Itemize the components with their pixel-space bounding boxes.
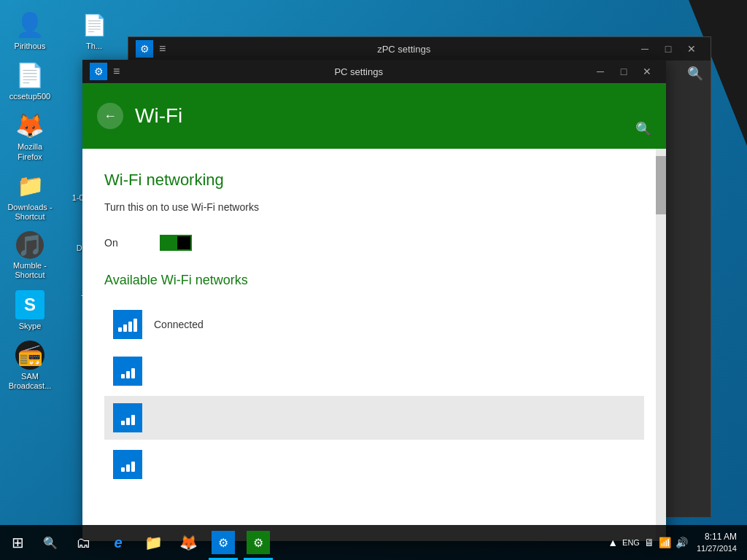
ie-icon: e — [114, 534, 122, 551]
desktop-icons-left: 👤 Pirithous 📄 ccsetup500 🦊 Mozilla Firef… — [0, 0, 60, 525]
zpc-window-title: zPC settings — [174, 44, 633, 55]
taskbar-tray: ▲ ENG 🖥 📶 🔊 8:11 AM 11/27/2014 — [602, 532, 747, 553]
desktop-icon-ccsetup-label: ccsetup500 — [9, 92, 50, 101]
taskbar-settings1[interactable]: ⚙ — [206, 525, 241, 560]
signal-bars-3 — [121, 411, 135, 425]
pc-window-controls: ─ □ ✕ — [589, 60, 659, 83]
zpc-search-icon[interactable]: 🔍 — [687, 66, 703, 82]
signal-bar — [126, 418, 130, 425]
zpc-gear-icon: ⚙ — [136, 40, 153, 58]
pc-close-button[interactable]: ✕ — [635, 60, 659, 83]
scrollbar-thumb[interactable] — [656, 156, 666, 214]
wifi-toggle-switch[interactable] — [160, 235, 192, 251]
wifi-toggle-row: Turn this on to use Wi-Fi networks — [104, 201, 644, 213]
taskbar-settings2[interactable]: ⚙ — [241, 525, 276, 560]
tray-lang-icon[interactable]: ENG — [622, 538, 640, 547]
taskbar-ie[interactable]: e — [101, 525, 136, 560]
signal-bar — [118, 327, 122, 332]
wifi-toggle-description: Turn this on to use Wi-Fi networks — [104, 201, 259, 213]
settings1-icon: ⚙ — [212, 531, 235, 554]
wifi-toggle-state-row: On — [104, 235, 644, 251]
signal-bar — [121, 467, 125, 472]
desktop-icon-mumble[interactable]: 🎵 Mumble - Shortcut — [3, 228, 57, 283]
taskbar: ⊞ 🔍 🗂 e 📁 🦊 ⚙ ⚙ — [0, 525, 747, 560]
desktop-icon-sam-label: SAM Broadcast... — [6, 372, 54, 391]
tray-volume-icon[interactable]: 🔊 — [676, 537, 688, 548]
desktop-icon-downloads-label: Downloads - Shortcut — [6, 203, 54, 222]
zpc-close-button[interactable]: ✕ — [680, 37, 703, 61]
tray-network-icon[interactable]: 📶 — [659, 537, 671, 548]
wifi-network-item-3[interactable] — [104, 396, 644, 440]
wifi-page-title: Wi-Fi — [135, 104, 182, 128]
back-arrow-icon: ← — [104, 109, 117, 124]
pc-window-title: PC settings — [128, 66, 589, 77]
scrollbar-track[interactable] — [656, 149, 666, 541]
pc-maximize-button[interactable]: □ — [612, 60, 635, 83]
desktop-icon-ccsetup[interactable]: 📄 ccsetup500 — [3, 58, 57, 104]
signal-bar — [131, 368, 135, 378]
wifi-network-item-1[interactable]: Connected — [104, 303, 644, 346]
wifi-signal-icon-1 — [113, 310, 142, 339]
signal-bar — [131, 462, 135, 472]
desktop: 👤 Pirithous 📄 ccsetup500 🦊 Mozilla Firef… — [0, 0, 747, 560]
settings2-icon: ⚙ — [247, 531, 270, 554]
taskbar-file-explorer[interactable]: 📁 — [136, 525, 171, 560]
zpc-maximize-button[interactable]: □ — [657, 37, 680, 61]
taskbar-search-button[interactable]: 🔍 — [35, 525, 66, 560]
wifi-network-name-1: Connected — [154, 319, 204, 330]
zpc-window-controls: ─ □ ✕ — [633, 37, 703, 61]
tray-display-icon[interactable]: 🖥 — [644, 537, 654, 548]
wifi-content: Wi-Fi networking Turn this on to use Wi-… — [82, 149, 666, 541]
wifi-search-icon[interactable]: 🔍 — [635, 121, 651, 137]
desktop-icon-th[interactable]: 📄 Th... — [67, 7, 121, 54]
signal-bar — [126, 464, 130, 472]
toggle-thumb — [177, 236, 190, 249]
file-explorer-icon: 📁 — [144, 534, 163, 551]
pc-minimize-button[interactable]: ─ — [589, 60, 612, 83]
signal-bar — [123, 324, 127, 332]
zpc-minimize-button[interactable]: ─ — [633, 37, 657, 61]
pc-settings-window: ⚙ ≡ PC settings ─ □ ✕ ← Wi-Fi 🔍 Wi-Fi ne… — [82, 60, 666, 541]
pc-menu-icon[interactable]: ≡ — [113, 65, 120, 78]
wifi-signal-icon-3 — [113, 403, 142, 432]
tray-overflow-icon[interactable]: ▲ — [608, 537, 618, 548]
start-button[interactable]: ⊞ — [0, 525, 35, 560]
desktop-icon-pirithous-label: Pirithous — [15, 42, 46, 51]
wifi-networks-list: Connected — [104, 303, 644, 486]
signal-bars-4 — [121, 457, 135, 472]
desktop-icon-sam[interactable]: 📻 SAM Broadcast... — [3, 338, 57, 394]
tray-icons: ▲ ENG 🖥 📶 🔊 — [602, 537, 694, 548]
signal-bar — [126, 371, 130, 378]
signal-bars-1 — [118, 317, 137, 332]
desktop-icon-firefox-label: Mozilla Firefox — [6, 142, 54, 161]
wifi-network-item-4[interactable] — [104, 443, 644, 486]
wifi-networking-title: Wi-Fi networking — [104, 171, 644, 190]
zpc-menu-icon[interactable]: ≡ — [159, 42, 166, 55]
desktop-icon-firefox[interactable]: 🦊 Mozilla Firefox — [3, 108, 57, 164]
firefox-taskbar-icon: 🦊 — [179, 534, 198, 551]
wifi-back-button[interactable]: ← — [97, 103, 123, 129]
explorer-icon: 🗂 — [76, 534, 90, 551]
signal-bar — [133, 319, 137, 332]
taskbar-time: 8:11 AM — [697, 532, 737, 543]
taskbar-clock[interactable]: 8:11 AM 11/27/2014 — [697, 532, 741, 553]
available-networks-title: Available Wi-Fi networks — [104, 273, 644, 288]
wifi-signal-icon-2 — [113, 357, 142, 386]
taskbar-firefox[interactable]: 🦊 — [171, 525, 206, 560]
desktop-icon-pirithous[interactable]: 👤 Pirithous — [3, 7, 57, 54]
pc-gear-icon: ⚙ — [90, 63, 107, 80]
wifi-signal-icon-4 — [113, 450, 142, 479]
signal-bars-2 — [121, 364, 135, 378]
desktop-icon-skype[interactable]: S Skype — [3, 287, 57, 334]
signal-bar — [131, 415, 135, 425]
wifi-network-item-2[interactable] — [104, 349, 644, 393]
desktop-icon-downloads[interactable]: 📁 Downloads - Shortcut — [3, 168, 57, 225]
zpc-titlebar: ⚙ ≡ zPC settings ─ □ ✕ — [128, 37, 711, 61]
signal-bar — [121, 374, 125, 378]
taskbar-explorer[interactable]: 🗂 — [66, 525, 101, 560]
taskbar-search-icon: 🔍 — [43, 536, 58, 550]
wifi-toggle-state-label: On — [104, 237, 148, 249]
desktop-icon-mumble-label: Mumble - Shortcut — [6, 261, 54, 280]
pc-titlebar: ⚙ ≡ PC settings ─ □ ✕ — [82, 60, 666, 83]
taskbar-items: 🗂 e 📁 🦊 ⚙ ⚙ — [66, 525, 602, 560]
